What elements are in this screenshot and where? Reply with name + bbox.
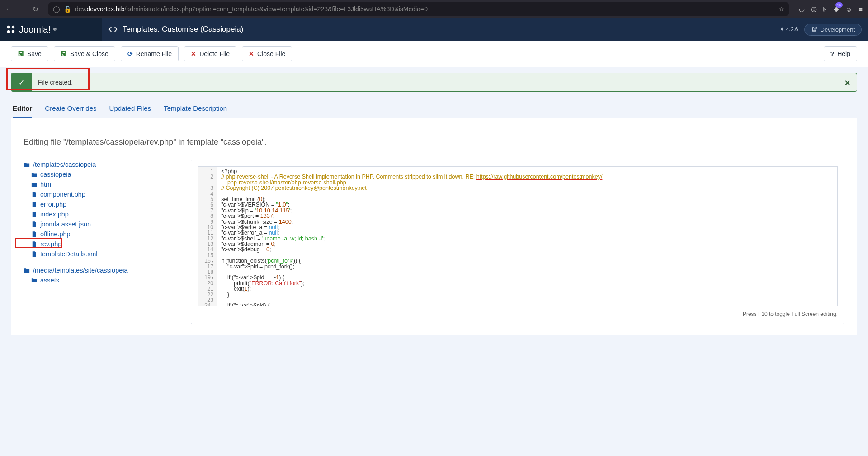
tab-updated[interactable]: Updated Files [109,100,151,118]
save-icon: 🖫 [18,50,24,57]
code-editor-wrap: 123456789101112131415161718192021222324 … [191,160,844,324]
tree-file-rev[interactable]: rev.php [24,239,173,249]
check-icon: ✓ [11,73,32,91]
x-icon: ✕ [249,50,254,57]
delete-button[interactable]: ✕Delete File [184,46,236,61]
line-gutter: 123456789101112131415161718192021222324 [198,167,217,306]
help-button[interactable]: ?Help [824,46,857,61]
tree-root[interactable]: /media/templates/site/cassiopeia [24,265,173,275]
content-area: ✓ File created. ✕ Editor Create Override… [0,67,868,348]
pocket-icon[interactable]: ◡ [799,5,805,13]
page-title: Templates: Customise (Cassiopeia) [102,24,243,34]
joomla-icon [5,24,16,35]
back-button[interactable]: ← [5,5,13,13]
tab-editor[interactable]: Editor [13,100,32,118]
development-badge[interactable]: Development [804,24,862,36]
save-icon: 🖫 [61,50,67,57]
file-icon [31,251,38,258]
tree-file[interactable]: index.php [24,209,173,219]
close-file-button[interactable]: ✕Close File [242,46,292,61]
tree-folder[interactable]: html [24,179,173,189]
joomla-logo[interactable]: Joomla!® [0,18,102,41]
addon-icon[interactable]: ◆ [834,5,839,13]
svg-point-2 [7,30,10,33]
shield-icon: ◯ [53,5,60,13]
lock-icon: 🔒 [64,5,71,13]
tree-file[interactable]: error.php [24,199,173,209]
reload-button[interactable]: ↻ [33,5,38,14]
code-icon [108,24,118,34]
code-editor[interactable]: 123456789101112131415161718192021222324 … [198,166,838,306]
browser-chrome: ← → ↻ ◯ 🔒 dev.devvortex.htb/administrato… [0,0,868,18]
tree-file[interactable]: component.php [24,189,173,199]
code-lines[interactable]: <?php// php-reverse-shell - A Reverse Sh… [217,167,606,306]
nav-buttons: ← → ↻ [5,5,38,14]
extensions-icon[interactable]: ⎘ [823,5,827,13]
bookmark-icon[interactable]: ☆ [778,5,784,13]
menu-icon[interactable]: ≡ [859,5,863,13]
joomla-header: Joomla!® Templates: Customise (Cassiopei… [0,18,868,41]
folder-icon [24,267,30,274]
tab-overrides[interactable]: Create Overrides [45,100,96,118]
svg-point-1 [12,26,14,28]
refresh-icon: ⟳ [127,50,133,57]
url-bar[interactable]: ◯ 🔒 dev.devvortex.htb/administrator/inde… [48,2,789,16]
svg-point-3 [12,30,14,33]
profile-icon[interactable]: ☺ [845,5,852,13]
question-icon: ? [830,50,835,57]
x-icon: ✕ [191,50,196,57]
editor-panel: Editing file "/templates/cassiopeia/rev.… [11,118,857,335]
rename-button[interactable]: ⟳Rename File [121,46,179,61]
tree-root[interactable]: /templates/cassiopeia [24,160,173,169]
url-text: dev.devvortex.htb/administrator/index.ph… [75,5,775,13]
save-button[interactable]: 🖫Save [11,46,48,61]
editor-hint: Press F10 to toggle Full Screen editing. [198,311,838,317]
tree-file[interactable]: templateDetails.xml [24,249,173,259]
version-badge: ✶ 4.2.6 [780,26,798,33]
file-icon [31,231,38,238]
tabs: Editor Create Overrides Updated Files Te… [11,100,857,118]
alert-close-button[interactable]: ✕ [844,79,850,87]
file-icon [31,191,38,198]
folder-icon [31,181,38,188]
title-text: Templates: Customise (Cassiopeia) [123,25,243,34]
tree-file[interactable]: joomla.asset.json [24,219,173,229]
account-icon[interactable]: ◎ [811,5,817,13]
svg-point-0 [7,26,10,28]
alert-message: File created. [32,73,857,91]
file-icon [31,211,38,218]
tree-folder[interactable]: assets [24,275,173,285]
save-close-button[interactable]: 🖫Save & Close [54,46,115,61]
header-right: ✶ 4.2.6 Development [780,24,868,36]
file-tree: /templates/cassiopeia cassiopeia html co… [24,160,173,324]
tab-description[interactable]: Template Description [164,100,227,118]
external-icon [811,26,817,33]
folder-icon [31,277,38,284]
toolbar: 🖫Save 🖫Save & Close ⟳Rename File ✕Delete… [0,41,868,67]
folder-icon [24,161,30,168]
file-icon [31,221,38,228]
folder-icon [31,171,38,178]
brand-text: Joomla! [19,24,51,35]
success-alert: ✓ File created. ✕ [11,73,857,92]
file-icon [31,241,38,248]
chrome-right: ◡ ◎ ⎘ ◆ ☺ ≡ [799,5,863,13]
tree-file[interactable]: offline.php [24,229,173,239]
tree-folder[interactable]: cassiopeia [24,169,173,179]
editing-path: Editing file "/templates/cassiopeia/rev.… [24,137,844,147]
file-icon [31,201,38,208]
forward-button[interactable]: → [19,5,26,13]
